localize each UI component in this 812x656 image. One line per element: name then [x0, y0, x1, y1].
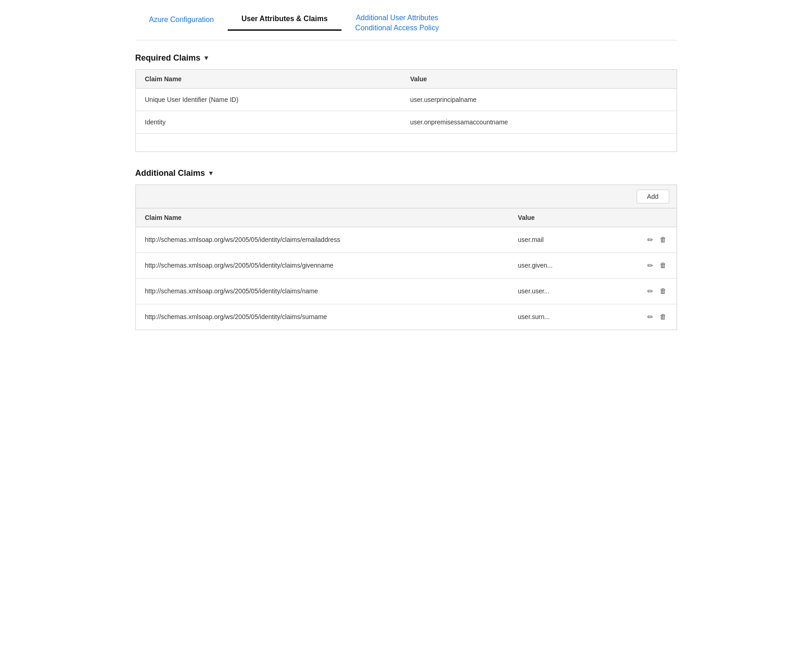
tab-azure-config[interactable]: Azure Configuration: [135, 9, 228, 31]
additional-claims-row: http://schemas.xmlsoap.org/ws/2005/05/id…: [135, 252, 677, 278]
required-claims-row: Identity user.onpremisessamaccountname: [135, 111, 677, 133]
required-claims-table: Claim Name Value Unique User Identifier …: [135, 69, 677, 152]
tab-additional-user-attributes-label: Additional User Attributes: [356, 13, 438, 23]
required-claim-name: Identity: [135, 111, 401, 133]
required-claims-header[interactable]: Required Claims ▼: [135, 53, 677, 63]
additional-claims-col-actions: [637, 208, 677, 227]
required-claims-title: Required Claims: [135, 53, 201, 63]
required-claims-col-name: Claim Name: [135, 69, 401, 88]
tab-additional-conditional[interactable]: Additional User Attributes Conditional A…: [342, 9, 453, 40]
additional-claims-table: Claim Name Value http://schemas.xmlsoap.…: [135, 208, 677, 330]
required-claims-chevron: ▼: [203, 54, 210, 62]
add-button[interactable]: Add: [637, 190, 669, 203]
delete-button[interactable]: [659, 286, 667, 296]
edit-button[interactable]: [646, 260, 654, 271]
additional-claim-name: http://schemas.xmlsoap.org/ws/2005/05/id…: [135, 252, 509, 278]
edit-button[interactable]: [646, 312, 654, 322]
required-claims-header-row: Claim Name Value: [135, 69, 677, 88]
edit-button[interactable]: [646, 235, 654, 245]
additional-claim-name: http://schemas.xmlsoap.org/ws/2005/05/id…: [135, 304, 509, 330]
edit-button[interactable]: [646, 286, 654, 297]
delete-button[interactable]: [659, 260, 667, 270]
additional-claim-value: user.mail: [509, 227, 637, 252]
additional-claim-actions: [637, 278, 677, 304]
additional-claim-actions: [637, 252, 677, 278]
additional-claims-section: Additional Claims ▼ Add Claim Name Value…: [135, 168, 677, 330]
required-claim-value: user.onpremisessamaccountname: [401, 111, 677, 133]
additional-claims-header[interactable]: Additional Claims ▼: [135, 168, 677, 178]
additional-claim-value: user.surn...: [509, 304, 637, 330]
additional-claim-value: user.given...: [509, 252, 637, 278]
additional-claims-row: http://schemas.xmlsoap.org/ws/2005/05/id…: [135, 227, 677, 252]
page-wrapper: Azure Configuration User Attributes & Cl…: [122, 0, 691, 356]
additional-claims-col-name: Claim Name: [135, 208, 509, 227]
tab-conditional-access-label: Conditional Access Policy: [355, 23, 439, 33]
add-toolbar: Add: [135, 185, 677, 208]
required-claims-section: Required Claims ▼ Claim Name Value Uniqu…: [135, 53, 677, 152]
additional-claim-name: http://schemas.xmlsoap.org/ws/2005/05/id…: [135, 227, 509, 252]
required-claims-col-value: Value: [401, 69, 677, 88]
tab-user-attributes[interactable]: User Attributes & Claims: [228, 9, 342, 31]
additional-claim-name: http://schemas.xmlsoap.org/ws/2005/05/id…: [135, 278, 509, 304]
nav-tabs: Azure Configuration User Attributes & Cl…: [135, 9, 677, 40]
additional-claims-row: http://schemas.xmlsoap.org/ws/2005/05/id…: [135, 304, 677, 330]
delete-button[interactable]: [659, 312, 667, 322]
delete-button[interactable]: [659, 235, 667, 245]
additional-claim-actions: [637, 227, 677, 252]
required-claims-empty-row: [135, 133, 677, 151]
additional-claims-header-row: Claim Name Value: [135, 208, 677, 227]
additional-claims-title: Additional Claims: [135, 168, 205, 178]
additional-claim-actions: [637, 304, 677, 330]
additional-claims-col-value: Value: [509, 208, 637, 227]
additional-claims-chevron: ▼: [208, 169, 214, 177]
required-claims-row: Unique User Identifier (Name ID) user.us…: [135, 88, 677, 111]
required-claim-value: user.userprincipalname: [401, 88, 677, 111]
required-claim-name: Unique User Identifier (Name ID): [135, 88, 401, 111]
additional-claim-value: user.user...: [509, 278, 637, 304]
additional-claims-row: http://schemas.xmlsoap.org/ws/2005/05/id…: [135, 278, 677, 304]
